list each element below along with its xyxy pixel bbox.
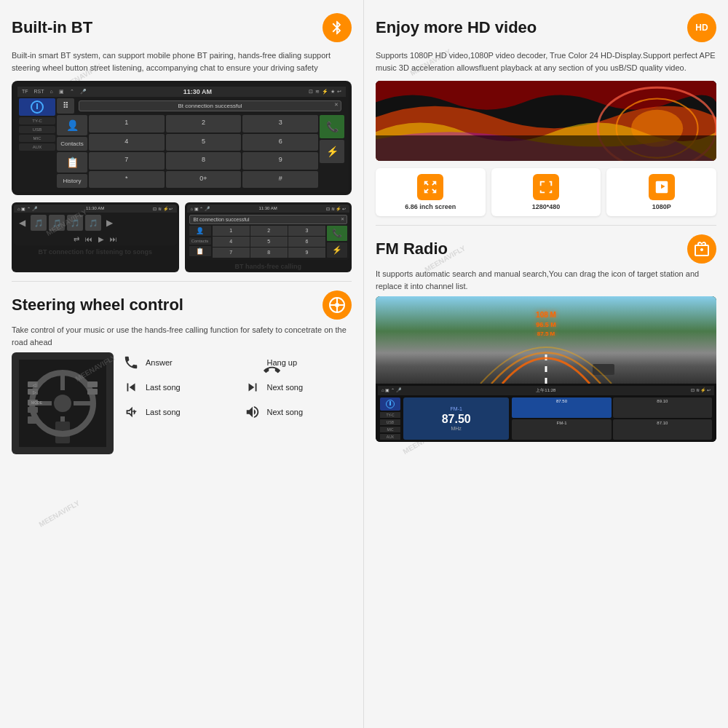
call-contacts: Contacts xyxy=(189,237,211,245)
fm-preset-1[interactable]: 87.50 xyxy=(512,397,611,418)
home-icon: ⌂ xyxy=(50,89,53,95)
bt-dialpad-area: TY-C USB MIC AUX ⠿ Bt connection success… xyxy=(17,97,346,189)
prev-btn[interactable]: ◀ xyxy=(16,215,28,231)
key-4[interactable]: 4 xyxy=(89,134,165,151)
bt-screen-ui: TF RST ⌂ ▣ ⌃ 🎤 11:30 AM ⊡ ≋ ⚡ ★ ↩ xyxy=(15,84,349,192)
call-bt-btn[interactable]: ⚡ xyxy=(327,242,347,258)
fm-section: FM Radio It supports automatic search an… xyxy=(376,234,716,442)
nextsong-label: Next song xyxy=(267,383,304,392)
key-7[interactable]: 7 xyxy=(89,152,165,170)
forward-icon[interactable]: ⏭ xyxy=(110,235,117,243)
numpad-8[interactable]: 8 xyxy=(250,248,288,258)
answer-control: Answer xyxy=(121,352,231,373)
fm-mic: MIC xyxy=(380,427,400,432)
screen-size-label: 6.86 inch screen xyxy=(405,203,456,210)
key-3[interactable]: 3 xyxy=(242,115,318,132)
key-0[interactable]: 0+ xyxy=(166,171,242,189)
shuffle-icon[interactable]: ⇄ xyxy=(74,235,79,243)
fm-description: It supports automatic search and manual … xyxy=(376,268,716,292)
key-hash[interactable]: # xyxy=(242,171,318,189)
svg-text:▷: ▷ xyxy=(33,390,36,395)
key-1[interactable]: 1 xyxy=(89,115,165,132)
key-2[interactable]: 2 xyxy=(166,115,242,132)
power-btn[interactable] xyxy=(19,98,55,116)
fm-tyc: TY-C xyxy=(380,412,400,418)
bt-call-caption: BT hands-free calling xyxy=(187,263,350,270)
fm-freq-labels: 108 M 96.5 M 87.5 M xyxy=(376,311,716,337)
call-close[interactable]: ✕ xyxy=(341,216,344,221)
numpad-3[interactable]: 3 xyxy=(288,226,325,236)
steering-section: Steering wheel control Take control of y… xyxy=(12,290,352,454)
key-5[interactable]: 5 xyxy=(166,134,242,151)
watermark-4: MEENAVIFLY xyxy=(37,499,81,529)
fm-frequency-display: FM-1 87.50 MHz xyxy=(403,397,509,440)
play-pause-icon[interactable]: ▶ xyxy=(98,235,104,243)
key-9[interactable]: 9 xyxy=(242,152,318,170)
track-4: 🎵 xyxy=(85,215,101,231)
music-topbar: ⌂ ▣ ⌃ 🎤 11:30 AM ⊡ ≋ ⚡ ↩ xyxy=(14,205,177,213)
vol-down-icon xyxy=(121,402,141,422)
call-green-btn[interactable]: 📞 xyxy=(327,226,347,241)
bt-main-screen: TF RST ⌂ ▣ ⌃ 🎤 11:30 AM ⊡ ≋ ⚡ ★ ↩ xyxy=(12,81,352,195)
vol-last-label: Last song xyxy=(146,408,181,416)
nextsong-control: Next song xyxy=(242,377,352,397)
call-dialpad-small: 👤 Contacts 📋 1 2 3 4 5 6 7 8 xyxy=(189,226,348,258)
steering-header: Steering wheel control xyxy=(12,290,352,320)
vol-down-control: Last song xyxy=(121,402,231,422)
usb-label: USB xyxy=(19,126,55,133)
vol-next-label: Next song xyxy=(267,408,304,416)
notification-text: Bt connection successful xyxy=(178,103,242,109)
fm-preset-2[interactable]: 89.10 xyxy=(613,397,712,418)
key-star[interactable]: * xyxy=(89,171,165,189)
svg-text:◁: ◁ xyxy=(33,383,36,387)
track-1: 🎵 xyxy=(31,215,47,231)
wifi-icon: ≋ xyxy=(315,89,320,95)
contacts-icon[interactable]: 👤 xyxy=(57,115,87,135)
right-panel: MEENAVIFLY MEENAVIFLY MEENAVIFLY Enjoy m… xyxy=(364,0,728,728)
call-sidebar-small: 👤 Contacts 📋 xyxy=(189,226,211,258)
window-icon: ▣ xyxy=(59,89,64,95)
star-icon: ★ xyxy=(331,89,335,95)
hd-badge: HD xyxy=(687,13,716,42)
freq-108: 108 M xyxy=(536,311,556,319)
music-player: ◀ 🎵 🎵 🎵 🎵 ▶ xyxy=(14,213,177,233)
dialpad-top-row: ⠿ Bt connection successful ✕ xyxy=(57,98,344,114)
numpad-7[interactable]: 7 xyxy=(213,248,250,258)
key-6[interactable]: 6 xyxy=(242,134,318,151)
bt-icon-btn[interactable]: ⚡ xyxy=(320,140,344,163)
numpad-4[interactable]: 4 xyxy=(213,237,250,247)
call-btn[interactable]: 📞 xyxy=(320,115,344,138)
numpad-5[interactable]: 5 xyxy=(250,237,288,247)
steering-title: Steering wheel control xyxy=(12,296,183,314)
fm-power-btn[interactable] xyxy=(380,397,400,411)
aux-label: AUX xyxy=(19,143,55,151)
notification-close[interactable]: ✕ xyxy=(334,102,339,108)
next-btn[interactable]: ▶ xyxy=(103,215,116,231)
fm-home-icon: ⌂ ▣ ⌃ 🎤 xyxy=(381,387,401,394)
bt-sidebar: TY-C USB MIC AUX xyxy=(19,98,55,188)
fm-preset-4[interactable]: 87.10 xyxy=(613,419,712,440)
rewind-icon[interactable]: ⏮ xyxy=(85,235,92,243)
bt-section-header: Built-in BT xyxy=(12,13,352,42)
fm-station-label: FM-1 xyxy=(450,406,462,411)
track-3: 🎵 xyxy=(67,215,83,231)
answer-label: Answer xyxy=(146,358,173,367)
fm-header: FM Radio xyxy=(376,234,716,264)
key-8[interactable]: 8 xyxy=(166,152,242,170)
numpad-9[interactable]: 9 xyxy=(288,248,325,258)
hd-description: Supports 1080P HD video,1080P video deco… xyxy=(376,50,716,74)
history-icon[interactable]: 📋 xyxy=(57,152,87,173)
hd-video-display xyxy=(376,81,716,161)
fm-preset-3[interactable]: FM-1 xyxy=(512,419,611,440)
dialpad-left-icons: 👤 Contacts 📋 History xyxy=(57,115,87,188)
skip-forward-icon xyxy=(242,377,263,397)
svg-rect-18 xyxy=(28,416,38,424)
numpad-6[interactable]: 6 xyxy=(288,237,325,247)
numpad-2[interactable]: 2 xyxy=(250,226,288,236)
freq-96: 96.5 M xyxy=(536,321,556,328)
steering-content-area: ◁ ▷ MODE Answer xyxy=(12,352,352,454)
fm-usb: USB xyxy=(380,419,400,425)
resolution-label: 1280*480 xyxy=(532,203,561,210)
call-topbar-icons: ⌂ ▣ ⌃ 🎤 xyxy=(191,206,210,211)
numpad-1[interactable]: 1 xyxy=(213,226,250,236)
